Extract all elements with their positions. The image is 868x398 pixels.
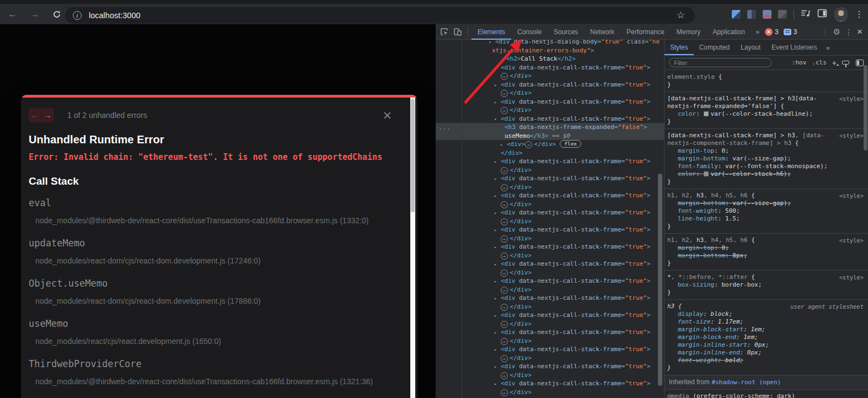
dom-tree-row[interactable]: ▸<div data-nextjs-call-stack-frame="true…	[436, 157, 664, 166]
expand-arrow-icon[interactable]: ▸	[494, 329, 501, 337]
expand-arrow-icon[interactable]: ▸	[494, 192, 501, 201]
inspect-element-icon[interactable]	[436, 28, 451, 36]
css-property[interactable]: margin-bottom: var(--size-gap);	[667, 155, 864, 163]
stack-frame[interactable]: updateMemonode_modules/react-dom/cjs/rea…	[29, 238, 405, 266]
css-property[interactable]: font-weight: bold;	[667, 357, 864, 364]
dom-tree-row[interactable]: …</div>	[436, 183, 664, 192]
collapsed-content-icon[interactable]: …	[501, 73, 508, 80]
rendering-emulation-icon[interactable]	[842, 61, 849, 64]
sidebar-tab-layout[interactable]: Layout	[735, 40, 766, 55]
tab-sources[interactable]: Sources	[548, 24, 584, 40]
device-toolbar-icon[interactable]	[451, 28, 464, 36]
collapsed-content-icon[interactable]: …	[501, 201, 508, 208]
rule-origin[interactable]: <style>	[839, 192, 864, 200]
collapsed-content-icon[interactable]: …	[501, 90, 508, 97]
expand-arrow-icon[interactable]: ▸	[494, 294, 501, 303]
css-rule[interactable]: <style>h1, h2, h3, h4, h5, h6 {margin-bo…	[665, 189, 868, 234]
sidebar-more-tabs-icon[interactable]: »	[823, 40, 833, 55]
css-property[interactable]: font-family: var(--font-stack-monospace)…	[667, 163, 864, 170]
tab-network[interactable]: Network	[584, 24, 620, 40]
dom-tree-row[interactable]: ▸<div data-nextjs-call-stack-frame="true…	[436, 63, 664, 72]
dom-tree-row[interactable]: …</div>	[436, 303, 664, 311]
expand-arrow-icon[interactable]: ▸	[494, 98, 501, 107]
dom-tree-row[interactable]: ▸<div data-nextjs-call-stack-frame="true…	[436, 362, 664, 371]
expand-arrow-icon[interactable]: ▸	[494, 346, 501, 354]
dialog-scrollbar[interactable]	[410, 98, 415, 398]
sidebar-tab-styles[interactable]: Styles	[665, 40, 694, 55]
css-property[interactable]: color: var(--color-stack-headline);	[667, 110, 864, 118]
stack-frame[interactable]: ThirdwebProviderCorenode_modules/@thirdw…	[29, 358, 405, 386]
flex-badge[interactable]: flex	[560, 140, 581, 148]
devtools-close-icon[interactable]: ×	[857, 26, 862, 37]
dom-tree-row[interactable]: <h3 data-nextjs-frame-expanded="false">	[436, 123, 664, 132]
extension-icon-4[interactable]	[778, 10, 787, 19]
bookmark-star-icon[interactable]: ☆	[677, 9, 685, 21]
address-bar[interactable]: i localhost:3000 ☆	[65, 7, 695, 24]
css-property[interactable]: font-weight: 500;	[667, 207, 864, 215]
sidebar-tab-computed[interactable]: Computed	[694, 40, 735, 55]
css-rule[interactable]: user agent stylesheeth3 {display: block;…	[665, 300, 868, 375]
collapsed-content-icon[interactable]: …	[501, 218, 508, 225]
css-property[interactable]: margin-inline-end: 0px;	[667, 349, 864, 357]
next-error-button[interactable]: →	[41, 108, 54, 122]
expand-arrow-icon[interactable]: ▸	[494, 277, 501, 286]
dom-tree-row[interactable]: ▸<div data-nextjs-call-stack-frame="true…	[436, 345, 664, 354]
rule-origin[interactable]: <style>	[839, 273, 864, 281]
expand-arrow-icon[interactable]: ▸	[494, 243, 501, 252]
extension-icon-1[interactable]	[732, 10, 741, 19]
css-property[interactable]: line-height: 1.5;	[667, 215, 864, 223]
expand-arrow-icon[interactable]: ▸	[494, 175, 501, 184]
dom-tree-row[interactable]: ▾<div data-nextjs-call-stack-frame="true…	[436, 115, 664, 123]
forward-icon[interactable]: →	[28, 7, 42, 21]
dom-tree-row[interactable]: …</div>	[436, 72, 664, 80]
dom-tree-row[interactable]: …</div>	[436, 217, 664, 226]
collapsed-content-icon[interactable]: …	[501, 167, 508, 174]
css-rule[interactable]: <style>h1, h2, h3, h4, h5, h6 {margin-to…	[665, 234, 868, 271]
dom-tree-row[interactable]: ▸<div data-nextjs-call-stack-frame="true…	[436, 225, 664, 234]
css-rule[interactable]: <style>*, *::before, *::after {box-sizin…	[665, 271, 868, 300]
dom-tree-row[interactable]: …</div>	[436, 251, 664, 260]
css-property[interactable]: margin-block-end: 1em;	[667, 334, 864, 341]
extension-icon-3[interactable]	[763, 10, 771, 19]
collapsed-content-icon[interactable]: …	[501, 355, 508, 362]
css-rule[interactable]: <style>[data-nextjs-call-stack-frame] > …	[665, 92, 868, 129]
more-tabs-icon[interactable]: »	[751, 28, 764, 36]
tab-performance[interactable]: Performance	[620, 24, 671, 40]
styles-scrollbar-thumb[interactable]	[864, 65, 867, 150]
collapsed-content-icon[interactable]: …	[501, 252, 508, 260]
dom-tree-row[interactable]: ▸<div data-nextjs-call-stack-frame="true…	[436, 328, 664, 337]
dom-tree-row[interactable]: …</div>	[436, 89, 664, 98]
dom-tree-row[interactable]: ▸<div data-nextjs-call-stack-frame="true…	[436, 191, 664, 200]
dom-tree-row[interactable]: ▸<div data-nextjs-call-stack-frame="true…	[436, 174, 664, 183]
collapsed-content-icon[interactable]: …	[501, 304, 508, 311]
rule-origin[interactable]: <style>	[839, 132, 864, 139]
media-controls-icon[interactable]	[801, 9, 811, 20]
expand-arrow-icon[interactable]: ▾	[489, 40, 495, 47]
element-class-toggle[interactable]: .cls	[812, 59, 827, 66]
dom-tree-row[interactable]: <h2>Call Stack</h2>	[436, 55, 664, 63]
browser-menu-icon[interactable]: ⋮	[855, 9, 864, 19]
error-count[interactable]: 3	[775, 28, 779, 36]
css-property[interactable]: margin-inline-start: 0px;	[667, 341, 864, 349]
collapsed-content-icon[interactable]: …	[525, 141, 532, 148]
color-swatch[interactable]	[704, 111, 709, 116]
dom-tree-row[interactable]: ▸<div data-nextjs-call-stack-frame="true…	[436, 243, 664, 251]
collapsed-content-icon[interactable]: …	[501, 235, 508, 243]
dom-tree-row[interactable]: ▸<div>…</div>flex	[436, 140, 664, 149]
close-overlay-icon[interactable]: ✕	[382, 110, 392, 121]
tab-console[interactable]: Console	[511, 24, 548, 40]
expand-arrow-icon[interactable]: ▸	[494, 158, 501, 166]
css-property[interactable]: margin-top: 0;	[667, 147, 864, 155]
collapsed-content-icon[interactable]: …	[501, 270, 508, 277]
css-property[interactable]: display: block;	[667, 310, 864, 318]
devtools-menu-icon[interactable]: ⋮	[845, 28, 853, 36]
sidebar-dock-icon[interactable]	[856, 60, 864, 66]
dom-tree-row[interactable]: ▸<div data-nextjs-call-stack-frame="true…	[436, 98, 664, 106]
back-icon[interactable]: ←	[6, 7, 20, 21]
expand-arrow-icon[interactable]: ▸	[494, 64, 501, 73]
dom-tree-row[interactable]: ▸<div data-nextjs-call-stack-frame="true…	[436, 260, 664, 268]
expand-arrow-icon[interactable]: ▸	[494, 226, 501, 235]
tab-elements[interactable]: Elements	[471, 24, 511, 40]
css-property[interactable]: margin-block-start: 1em;	[667, 326, 864, 334]
dom-tree-row[interactable]: …</div>	[436, 337, 664, 346]
